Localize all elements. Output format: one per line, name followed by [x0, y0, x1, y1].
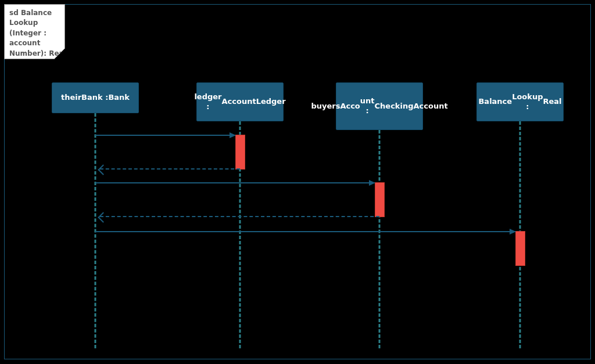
- lifeline-buyer: buyersAccount :CheckingAccount: [336, 82, 423, 130]
- frame-tag-line: Number): Real: [9, 49, 60, 59]
- diagram-frame: [4, 4, 591, 359]
- frame-tag-line: sd Balance: [9, 8, 60, 18]
- message-bank-to-ledger: [95, 135, 235, 136]
- lifeline-head-balance[interactable]: BalanceLookup :Real: [476, 82, 564, 121]
- lifeline-head-buyer[interactable]: buyersAccount :CheckingAccount: [336, 82, 423, 130]
- lifeline-head-ledger[interactable]: ledger :AccountLedger: [196, 82, 284, 121]
- lifeline-ledger: ledger :AccountLedger: [196, 82, 284, 121]
- lifeline-head-bank[interactable]: theirBank :Bank: [52, 82, 139, 113]
- activation-buyer-1: [375, 182, 385, 217]
- frame-tag: sd Balance Lookup (Integer : account Num…: [4, 4, 65, 59]
- sequence-diagram: sd Balance Lookup (Integer : account Num…: [0, 0, 595, 364]
- return-buyer-to-bank: [100, 216, 379, 217]
- message-bank-to-balance: [95, 231, 515, 232]
- lifeline-dash-buyer: [379, 130, 381, 348]
- message-bank-to-buyer: [95, 182, 375, 183]
- lifeline-balance: BalanceLookup :Real: [476, 82, 564, 121]
- return-ledger-to-bank: [100, 168, 240, 170]
- activation-balance-2: [515, 231, 525, 266]
- frame-tag-line: (Integer :: [9, 28, 60, 38]
- lifeline-bank: theirBank :Bank: [52, 82, 139, 113]
- frame-tag-line: account: [9, 38, 60, 48]
- frame-tag-line: Lookup: [9, 18, 60, 28]
- activation-ledger-0: [235, 135, 245, 170]
